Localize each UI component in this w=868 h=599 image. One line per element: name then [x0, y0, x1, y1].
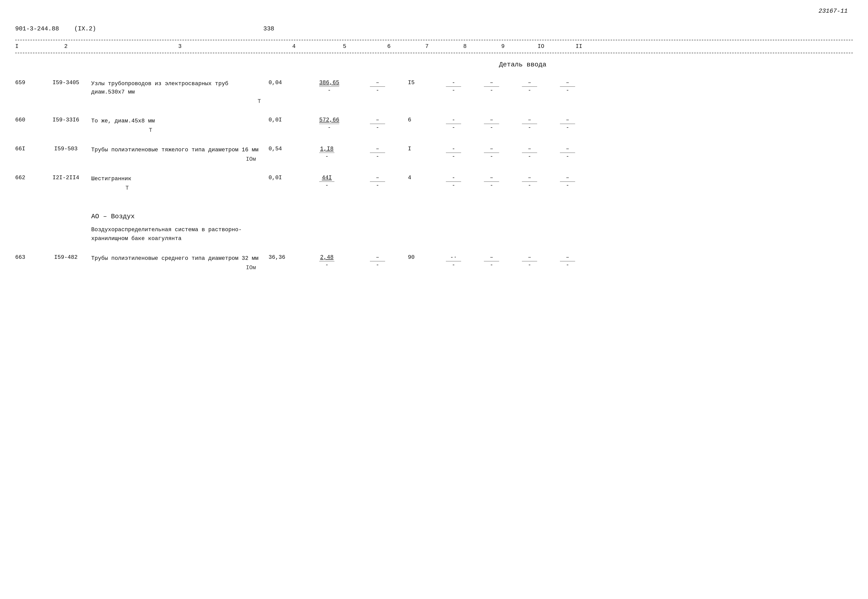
- table-row-3: 662 I2I-2II4 Шестигранник Т 0,0I 44I - –…: [15, 174, 853, 193]
- row-663: 663 I59-482 Трубы полиэтиленовые среднег…: [15, 253, 853, 272]
- row-663-col11: – -: [560, 253, 598, 268]
- row-663-unit: IOм: [91, 263, 258, 272]
- row-col4: 0,0I: [269, 116, 319, 123]
- row-col10: – -: [522, 174, 560, 189]
- col-header-8: 8: [446, 43, 484, 50]
- row-col7: 6: [408, 116, 446, 123]
- row-unit: Т: [91, 97, 263, 106]
- row-col6: – -: [370, 174, 408, 189]
- row-col7: I: [408, 145, 446, 152]
- rows-container: 659 I59-3405 Узлы трубопроводов из элект…: [15, 78, 853, 203]
- row-unit: IOм: [91, 155, 258, 164]
- column-header-row: I 2 3 4 5 6 7 8 9 IO II: [15, 40, 853, 53]
- section-title: Деталь ввода: [192, 61, 853, 68]
- row-col5: 386,65 -: [319, 78, 370, 93]
- row-col8: - -: [446, 78, 484, 93]
- row-col5: 572,66 -: [319, 116, 370, 131]
- row-663-col4: 36,36: [269, 253, 319, 260]
- col-header-11: II: [560, 43, 598, 50]
- doc-ref: 901-3-244.88: [15, 26, 59, 32]
- ao-desc: Воздухораспределительная система в раств…: [91, 225, 269, 243]
- col-header-5: 5: [319, 43, 370, 50]
- row-663-desc: Трубы полиэтиленовые среднего типа диаме…: [91, 253, 269, 272]
- row-col5: 44I -: [319, 174, 370, 189]
- col-header-4: 4: [269, 43, 319, 50]
- col-header-7: 7: [408, 43, 446, 50]
- col-header-1: I: [15, 43, 41, 50]
- row-code: I2I-2II4: [41, 174, 91, 181]
- row-col9: – -: [484, 174, 522, 189]
- row-col11: – -: [560, 174, 598, 189]
- row-unit: Т: [91, 184, 131, 193]
- col-header-10: IO: [522, 43, 560, 50]
- row-unit: Т: [91, 126, 155, 135]
- row-663-col6: – -: [370, 253, 408, 268]
- row-num: 659: [15, 78, 41, 86]
- col-header-9: 9: [484, 43, 522, 50]
- row-col9: – -: [484, 145, 522, 160]
- header-line: 901-3-244.88 (IX.2) 338: [15, 26, 853, 32]
- row-desc: Узлы трубопроводов из электросварных тру…: [91, 78, 269, 106]
- table-row-1: 660 I59-33I6 То же, диам.45х8 мм Т 0,0I …: [15, 116, 853, 135]
- row-code: I59-3405: [41, 78, 91, 86]
- row-col8: - -: [446, 174, 484, 189]
- doc-section: (IX.2): [74, 26, 96, 32]
- row-desc: Шестигранник Т: [91, 174, 269, 193]
- table-container: I 2 3 4 5 6 7 8 9 IO II Де: [15, 40, 853, 272]
- ao-title: АО – Воздух: [91, 213, 853, 220]
- row-num: 66I: [15, 145, 41, 152]
- row-663-col5: 2,48 -: [319, 253, 370, 268]
- row-col5: 1,I8 -: [319, 145, 370, 160]
- col-header-3: 3: [91, 43, 269, 50]
- doc-number: 23167-11: [818, 8, 848, 14]
- row-col10: – -: [522, 78, 560, 93]
- row-code: I59-503: [41, 145, 91, 152]
- row-663-code: I59-482: [41, 253, 91, 260]
- row-col8: - -: [446, 116, 484, 131]
- row-col4: 0,0I: [269, 174, 319, 181]
- col-header-6: 6: [370, 43, 408, 50]
- row-col8: - -: [446, 145, 484, 160]
- row-col11: – -: [560, 78, 598, 93]
- row-col11: – -: [560, 116, 598, 131]
- table-row-0: 659 I59-3405 Узлы трубопроводов из элект…: [15, 78, 853, 106]
- row-desc: Трубы полиэтиленовые тяжелого типа диаме…: [91, 145, 269, 164]
- row-663-col10: – -: [522, 253, 560, 268]
- row-col9: – -: [484, 78, 522, 93]
- row-code: I59-33I6: [41, 116, 91, 123]
- row-num: 660: [15, 116, 41, 123]
- col-header-2: 2: [41, 43, 91, 50]
- row-col10: – -: [522, 145, 560, 160]
- row-col10: – -: [522, 116, 560, 131]
- row-col6: – -: [370, 145, 408, 160]
- row-663-col8: -· -: [446, 253, 484, 268]
- doc-page: 338: [263, 26, 274, 32]
- row-663-col7: 90: [408, 253, 446, 260]
- row-col11: – -: [560, 145, 598, 160]
- row-col7: I5: [408, 78, 446, 86]
- row-col4: 0,54: [269, 145, 319, 152]
- row-663-col9: – -: [484, 253, 522, 268]
- row-col9: – -: [484, 116, 522, 131]
- row-col6: – -: [370, 116, 408, 131]
- row-num: 662: [15, 174, 41, 181]
- row-col4: 0,04: [269, 78, 319, 86]
- row-col6: – -: [370, 78, 408, 93]
- row-663-num: 663: [15, 253, 41, 260]
- row-desc: То же, диам.45х8 мм Т: [91, 116, 269, 135]
- table-row-2: 66I I59-503 Трубы полиэтиленовые тяжелог…: [15, 145, 853, 164]
- row-col7: 4: [408, 174, 446, 181]
